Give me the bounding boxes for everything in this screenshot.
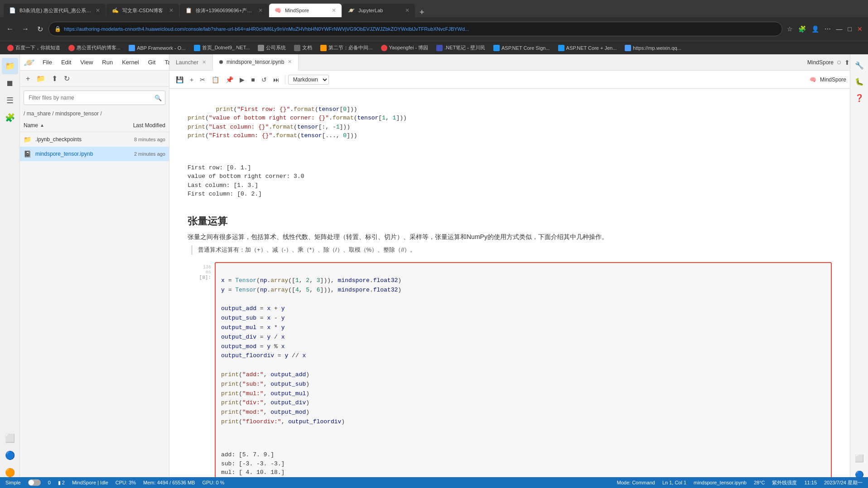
sidebar-ext-icon[interactable]: 🧩 — [2, 110, 18, 126]
section-heading-tensor-ops: 张量运算 — [188, 215, 832, 228]
run-all-button[interactable]: ⏭ — [270, 74, 282, 85]
status-temp: 28°C — [754, 480, 765, 485]
menu-git[interactable]: Git — [144, 57, 160, 67]
menu-view[interactable]: View — [76, 57, 97, 67]
mindspore-kernel-label: MindSpore — [807, 59, 834, 66]
tab-5[interactable]: 🪐 JupyterLab ✕ — [342, 4, 415, 17]
status-cell-indicator: ▮ 2 — [58, 480, 65, 486]
browser-toolbar-icons: ☆ 🧩 👤 ⋯ — □ ✕ — [785, 24, 864, 34]
bookmark-6-label: 文档 — [302, 44, 312, 51]
share-button[interactable]: ⬆ — [844, 59, 850, 66]
forward-button[interactable]: → — [19, 23, 32, 35]
cell-8-code[interactable]: x = Tensor(np.array([1, 2, 3])), mindspo… — [215, 262, 832, 488]
bookmark-9[interactable]: .NET笔记 - 壁川民 — [433, 43, 489, 52]
restart-button[interactable]: ↺ — [259, 74, 270, 85]
bookmark-12-label: https://mp.weixin.qq... — [633, 45, 681, 51]
status-toggle[interactable] — [28, 479, 41, 486]
sort-name-button[interactable]: Name ▲ — [24, 122, 102, 129]
new-tab-button[interactable]: + — [416, 8, 428, 17]
bookmark-6[interactable]: 文档 — [290, 43, 316, 52]
notebook-tab-close[interactable]: ✕ — [288, 59, 292, 65]
run-button[interactable]: ▶ — [237, 74, 247, 85]
menu-edit[interactable]: Edit — [57, 57, 76, 67]
sidebar-bottom-icon-2[interactable]: 🔵 — [2, 447, 18, 464]
bookmark-10-label: ASP.NET Core Sign... — [502, 45, 550, 51]
cell-8-number: [8]: — [199, 275, 211, 280]
copy-button[interactable]: 📋 — [209, 74, 222, 85]
kernel-status-circle — [837, 61, 841, 64]
address-bar[interactable]: 🔒 https://authoring-modelarts-cnnorth4.h… — [48, 22, 782, 36]
tab-launcher[interactable]: Launcher ✕ — [169, 54, 213, 71]
status-location: 紫外线强度 — [772, 479, 797, 486]
menu-file[interactable]: File — [38, 57, 57, 67]
sidebar-bottom-icon-1[interactable]: ⬜ — [2, 430, 18, 446]
back-button[interactable]: ← — [4, 23, 16, 35]
new-launcher-button[interactable]: + — [24, 73, 32, 84]
tab-2[interactable]: ✍️ 写文章-CSDN博客 ✕ — [106, 4, 179, 17]
file-list: 📁 .ipynb_checkpoints 8 minutes ago 📓 min… — [20, 132, 169, 488]
browser-chrome: 📄 B3条消息) 惠公置代码_惠公系列... ✕ ✍️ 写文章-CSDN博客 ✕… — [0, 0, 868, 41]
property-inspector-button[interactable]: 🔧 — [852, 58, 867, 72]
tab-5-close[interactable]: ✕ — [405, 7, 410, 14]
jupyter-menu: 🪐 File Edit View Run Kernel Git Tabs Set… — [20, 54, 169, 71]
settings-button[interactable]: ⋯ — [823, 24, 833, 34]
file-search-container: 🔍 — [24, 91, 165, 105]
bookmark-11[interactable]: ASP.NET Core + Jen... — [555, 44, 621, 52]
tab-1-close[interactable]: ✕ — [96, 7, 100, 14]
bookmark-baidu[interactable]: 百度一下，你就知道 — [4, 43, 64, 52]
bookmark-12[interactable]: https://mp.weixin.qq... — [621, 44, 685, 52]
add-cell-button[interactable]: + — [187, 74, 196, 85]
tab-3[interactable]: 📋 徐涛+13960699696+产品体验评... ✕ — [180, 4, 268, 17]
profile-button[interactable]: 👤 — [810, 24, 821, 34]
star-button[interactable]: ☆ — [785, 24, 795, 34]
reload-button[interactable]: ↻ — [34, 23, 46, 35]
refresh-button[interactable]: ↻ — [62, 73, 72, 84]
menu-kernel[interactable]: Kernel — [117, 57, 144, 67]
paste-button[interactable]: 📌 — [223, 74, 236, 85]
file-item-notebook[interactable]: 📓 mindspore_tensor.ipynb 2 minutes ago — [20, 147, 169, 161]
new-folder-button[interactable]: 📁 — [34, 73, 48, 84]
bookmark-10[interactable]: ASP.NET Core Sign... — [490, 44, 554, 52]
status-bar: Simple 0 ▮ 2 MindSpore | Idle CPU: 3% Me… — [0, 477, 868, 488]
sidebar-files-icon[interactable]: 📁 — [2, 58, 18, 74]
tab-1[interactable]: 📄 B3条消息) 惠公置代码_惠公系列... ✕ — [4, 4, 106, 17]
upload-button[interactable]: ⬆ — [49, 73, 60, 84]
extensions-button[interactable]: 🧩 — [796, 24, 808, 34]
cut-button[interactable]: ✂ — [197, 74, 208, 85]
toolbar-sep-1 — [285, 75, 285, 84]
maximize-button[interactable]: □ — [846, 24, 854, 34]
tab-notebook[interactable]: mindspore_tensor.ipynb ✕ — [213, 54, 299, 71]
close-browser-button[interactable]: ✕ — [855, 24, 864, 34]
tab-2-title: 写文章-CSDN博客 — [122, 7, 163, 14]
bookmark-7[interactable]: 第二节：必备中间... — [317, 43, 376, 52]
menu-run[interactable]: Run — [97, 57, 117, 67]
sidebar-running-icon[interactable]: ⏹ — [2, 75, 18, 91]
sort-arrow-icon: ▲ — [40, 123, 44, 128]
debugger-button[interactable]: 🐛 — [852, 74, 867, 89]
address-bar-row: ← → ↻ 🔒 https://authoring-modelarts-cnno… — [0, 17, 868, 41]
cell-8: 136ms [8]: x = Tensor(np.array([1, 2, 3]… — [188, 262, 832, 488]
tab-4[interactable]: 🧠 MindSpore ✕ — [269, 4, 342, 17]
launcher-tab-close[interactable]: ✕ — [202, 59, 206, 65]
bookmark-2[interactable]: 惠公置代码的博客... — [65, 43, 124, 52]
sidebar-toc-icon[interactable]: ☰ — [2, 92, 18, 109]
tab-4-close[interactable]: ✕ — [332, 7, 336, 14]
bookmark-3[interactable]: ABP Framework - O... — [125, 44, 189, 52]
bookmark-8[interactable]: Yaopengfei - 博园 — [377, 43, 432, 52]
file-name-checkpoints: .ipynb_checkpoints — [35, 136, 102, 143]
bookmarks-bar: 百度一下，你就知道 惠公置代码的博客... ABP Framework - O.… — [0, 41, 868, 54]
file-search-input[interactable] — [24, 91, 165, 105]
cell-type-select[interactable]: Markdown Code Raw — [288, 75, 329, 85]
save-button[interactable]: 💾 — [173, 74, 186, 85]
notebook-content[interactable]: print("First row: {}".format(tensor[0]))… — [169, 89, 850, 488]
interrupt-button[interactable]: ■ — [248, 74, 257, 85]
modified-column-label: Last Modified — [102, 122, 165, 129]
minimize-button[interactable]: — — [834, 24, 844, 34]
file-item-checkpoints[interactable]: 📁 .ipynb_checkpoints 8 minutes ago — [20, 132, 169, 147]
tab-2-close[interactable]: ✕ — [169, 7, 174, 14]
breadcrumb: / ma_share / mindspore_tensor / — [20, 109, 169, 119]
tab-3-close[interactable]: ✕ — [258, 7, 263, 14]
jupyter-logo: 🪐 — [24, 57, 34, 68]
context-help-button[interactable]: ❓ — [852, 91, 867, 105]
right-panel-btn-5[interactable]: ⬜ — [852, 451, 867, 465]
